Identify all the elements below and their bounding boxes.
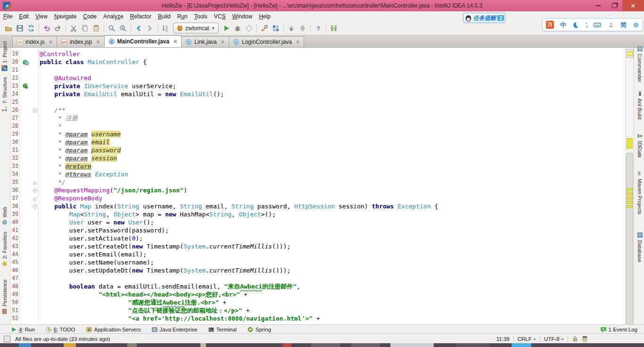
tab-index-jsp[interactable]: JSPindex.jsp✕ <box>57 36 105 47</box>
taskbar-button[interactable] <box>200 343 206 347</box>
menu-window[interactable]: Window <box>229 12 256 21</box>
toolbar-projstruct-button[interactable] <box>270 23 281 34</box>
code-line[interactable]: 45 user.setName(username); <box>11 258 626 266</box>
hector-inspector-icon[interactable] <box>581 335 588 342</box>
taskbar-button[interactable] <box>390 343 434 347</box>
stripe-commander[interactable]: Commander <box>637 46 643 83</box>
toolbar-help-button[interactable]: ? <box>313 23 324 34</box>
code-line[interactable]: 51 "点击以下链接验证您的邮箱地址：</p>" + <box>11 306 626 314</box>
toolbar-cut-button[interactable] <box>68 23 79 34</box>
windows-taskbar[interactable] <box>0 343 644 347</box>
fold-marker-cell[interactable] <box>31 202 39 210</box>
code-line[interactable]: 52 "<a href='http://localhost:8080/navig… <box>11 314 626 322</box>
code-line[interactable]: 25 <box>11 98 626 106</box>
encoding-selector[interactable]: UTF-8÷ <box>544 336 564 342</box>
menu-run[interactable]: Run <box>174 12 191 21</box>
toolwindow-todo-button[interactable]: 6: TODO <box>45 326 75 333</box>
scrollbar-thumb[interactable] <box>626 153 633 347</box>
ime-simplified-icon[interactable]: 简 <box>620 21 627 29</box>
stripe--favorites[interactable]: 2: Favorites <box>1 232 8 267</box>
toolbar-undo-button[interactable] <box>41 23 52 34</box>
code-line[interactable]: 34 * @throws Exception <box>11 170 626 178</box>
toolbar-open-button[interactable] <box>3 23 14 34</box>
toolbar-settings-button[interactable] <box>259 23 270 34</box>
tab-MainController-java[interactable]: CMainController.java✕ <box>104 35 182 47</box>
lock-icon[interactable] <box>572 336 578 342</box>
ime-settings-gear-icon[interactable] <box>633 22 639 28</box>
menu-tools[interactable]: Tools <box>191 12 211 21</box>
code-line[interactable]: 35 */ <box>11 178 626 186</box>
code-line[interactable]: 46 user.setUpdateDt(new Timestamp(System… <box>11 266 626 274</box>
toolbar-find-button[interactable] <box>106 23 117 34</box>
code-line[interactable]: 23 private IUserService userService; <box>11 82 626 90</box>
warning-stripe-mark[interactable] <box>627 197 633 199</box>
stripe-ant-build[interactable]: Ant Build <box>637 91 643 119</box>
warning-stripe-mark[interactable] <box>627 205 633 208</box>
code-line[interactable]: 37 @ResponseBody <box>11 194 626 202</box>
toolbar-plugin-button[interactable] <box>328 23 339 34</box>
code-line[interactable]: 36 @RequestMapping("/json/region.json") <box>11 186 626 194</box>
taskbar-button[interactable] <box>456 343 489 347</box>
close-icon[interactable]: ✕ <box>96 39 100 45</box>
code-line[interactable]: 41 user.setPassword(password); <box>11 226 626 234</box>
fold-marker-cell[interactable] <box>31 178 39 186</box>
code-line[interactable]: 19@Controller <box>11 50 626 58</box>
warning-stripe-mark[interactable] <box>627 201 633 204</box>
code-line[interactable]: 20cpublic class MainController { <box>11 58 626 66</box>
toolbar-replace-button[interactable]: A <box>117 23 129 34</box>
code-line[interactable]: 30 * @param email <box>11 138 626 146</box>
code-line[interactable]: 22 @Autowired <box>11 74 626 82</box>
close-icon[interactable]: ✕ <box>221 39 225 45</box>
taskbar-button[interactable] <box>311 343 340 347</box>
tab-Link-java[interactable]: CLink.java✕ <box>181 36 229 47</box>
stripe--project[interactable]: JI1: Project <box>1 41 8 71</box>
line-ending-selector[interactable]: CRLF÷ <box>518 336 536 342</box>
menu-help[interactable]: Help <box>256 12 274 21</box>
stripe-web[interactable]: Web <box>1 207 8 225</box>
taskbar-button[interactable] <box>19 343 31 347</box>
restore-button[interactable] <box>606 0 622 11</box>
close-icon[interactable]: ✕ <box>49 39 53 45</box>
code-line[interactable]: 48 boolean data = emailUtil.sendEmail(em… <box>11 282 626 290</box>
toolbar-debug-button[interactable] <box>232 23 243 34</box>
close-icon[interactable]: ✕ <box>296 39 300 45</box>
fold-marker-cell[interactable] <box>31 194 39 202</box>
ime-keyboard-icon[interactable] <box>594 21 601 29</box>
toolwindow-spring-button[interactable]: Spring <box>247 326 271 333</box>
tab-LoginController-java[interactable]: CLoginController.java✕ <box>229 36 304 47</box>
close-icon[interactable]: ✕ <box>173 39 177 45</box>
ime-chinese-mode-icon[interactable]: 中 <box>560 21 566 29</box>
code-line[interactable]: 26 /** <box>11 106 626 114</box>
inspection-indicator[interactable] <box>626 49 634 58</box>
taskbar-button[interactable] <box>283 343 291 347</box>
taskbar-button[interactable] <box>512 343 531 347</box>
toolbar-coverage-button[interactable] <box>243 23 255 34</box>
code-line[interactable]: 32 * @param session <box>11 154 626 162</box>
code-line[interactable]: 31 * @param password <box>11 146 626 154</box>
ime-user-icon[interactable] <box>608 22 614 28</box>
toolbar-sync-button[interactable] <box>25 23 37 34</box>
taskbar-button[interactable] <box>127 343 137 347</box>
run-config-select[interactable]: zwtomcat▼ <box>173 23 219 33</box>
warning-stripe-mark[interactable] <box>627 138 633 149</box>
minimize-button[interactable] <box>590 0 606 11</box>
code-line[interactable]: 27 * 注册 <box>11 114 626 122</box>
ime-fullmoon-icon[interactable] <box>572 22 579 28</box>
menu-view[interactable]: View <box>32 12 51 21</box>
ime-punctuation-icon[interactable]: ’, <box>585 22 587 28</box>
code-line[interactable]: 44 user.setEmail(email); <box>11 250 626 258</box>
code-editor[interactable]: 19@Controller20cpublic class MainControl… <box>11 48 626 324</box>
menu-navigate[interactable]: Navigate <box>51 12 80 21</box>
toolwindow-terminal-button[interactable]: Terminal <box>208 326 237 333</box>
code-line[interactable]: 38 public Map index(String username, Str… <box>11 202 626 210</box>
code-line[interactable]: 49 "<html><head></head><body><p>您好,<br>"… <box>11 290 626 298</box>
code-line[interactable]: 42 user.setActivate(0); <box>11 234 626 242</box>
menu-code[interactable]: Code <box>80 12 100 21</box>
toolwindow-application-servers-button[interactable]: Application Servers <box>86 326 141 333</box>
stripe-database[interactable]: Database <box>637 232 643 262</box>
code-line[interactable]: 43 user.setCreateDt(new Timestamp(System… <box>11 242 626 250</box>
editor-scrollbar[interactable] <box>625 48 634 324</box>
toolwindow-java-enterprise-button[interactable]: Java Enterprise <box>151 326 198 333</box>
fold-marker-cell[interactable] <box>31 186 39 194</box>
stripe-idetalk[interactable]: IDEtalk <box>637 133 643 157</box>
